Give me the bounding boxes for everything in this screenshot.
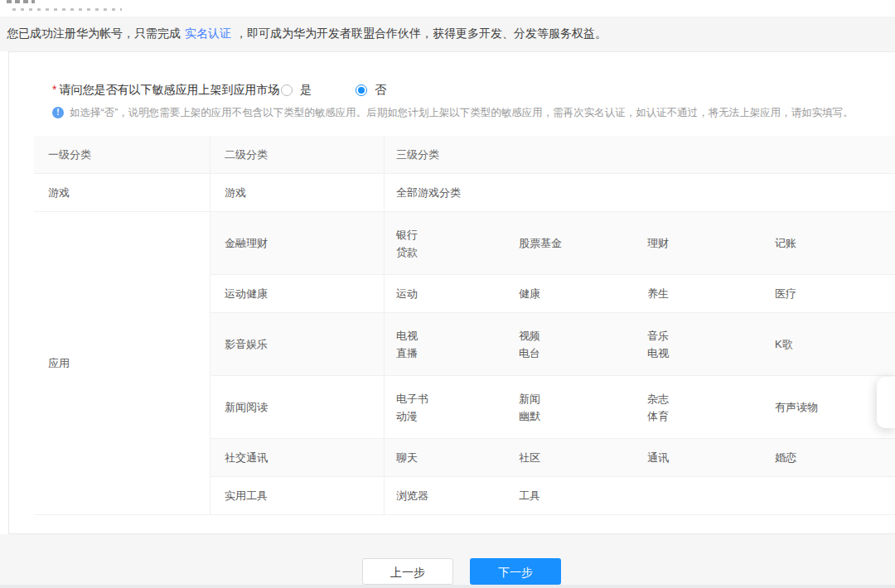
header-level2: 二级分类 <box>210 136 385 173</box>
table-row-news: 新闻阅读 电子书动漫 新闻幽默 杂志体育 有声读物 <box>210 375 895 438</box>
floating-assistant-widget[interactable] <box>877 377 895 428</box>
radio-no-icon[interactable] <box>356 84 367 96</box>
cell-game-level3: 全部游戏分类 <box>385 174 895 211</box>
table-row-tools: 实用工具 浏览器 工具 <box>210 476 895 514</box>
question-label: 请问您是否有以下敏感应用上架到应用市场： <box>59 83 291 96</box>
question-tip-row: ! 如选择“否”，说明您需要上架的应用不包含以下类型的敏感应用。后期如您计划上架… <box>52 105 895 120</box>
table-group-app: 应用 金融理财 银行贷款 股票基金 理财 记账 运动健康 运动 健康 <box>34 211 895 514</box>
table-row-finance: 金融理财 银行贷款 股票基金 理财 记账 <box>210 212 895 274</box>
radio-option-no[interactable]: 否 <box>356 83 386 98</box>
sensitive-category-table: 一级分类 二级分类 三级分类 游戏 游戏 全部游戏分类 应用 金融理财 银行贷款… <box>34 136 895 515</box>
footer-strip <box>0 585 895 588</box>
radio-selected-dot <box>358 87 365 94</box>
table-row-media: 影音娱乐 电视直播 视频电台 音乐电视 K歌 <box>210 312 895 375</box>
cell-app-level1: 应用 <box>34 212 210 514</box>
cell-level3: 电视直播 视频电台 音乐电视 K歌 <box>385 313 895 375</box>
radio-yes-icon[interactable] <box>281 84 293 96</box>
cell-level2: 运动健康 <box>210 275 385 312</box>
cell-level2: 金融理财 <box>210 212 385 274</box>
realname-verification-link[interactable]: 实名认证 <box>185 27 231 41</box>
radio-no-label: 否 <box>375 83 386 98</box>
cell-level3: 电子书动漫 新闻幽默 杂志体育 有声读物 <box>385 376 895 438</box>
cell-level2: 新闻阅读 <box>210 376 385 438</box>
sensitive-app-question-row: *请问您是否有以下敏感应用上架到应用市场： 是 否 <box>52 83 895 101</box>
cell-level2: 社交通讯 <box>210 439 385 476</box>
cell-game-level1: 游戏 <box>34 174 210 211</box>
sensitive-app-form-card: *请问您是否有以下敏感应用上架到应用市场： 是 否 ! 如选择“否”，说明您需要… <box>8 51 895 534</box>
cell-level3: 银行贷款 股票基金 理财 记账 <box>385 212 895 274</box>
cell-game-level2: 游戏 <box>210 174 385 211</box>
cell-level2: 实用工具 <box>210 477 385 514</box>
previous-step-button[interactable]: 上一步 <box>362 558 453 585</box>
table-row-game: 游戏 游戏 全部游戏分类 <box>34 173 895 211</box>
next-step-button[interactable]: 下一步 <box>470 558 561 585</box>
banner-text-after: ，即可成为华为开发者联盟合作伙伴，获得更多开发、分发等服务权益。 <box>235 27 607 41</box>
banner-text-before: 您已成功注册华为帐号，只需完成 <box>7 27 181 41</box>
cell-level2: 影音娱乐 <box>210 313 385 375</box>
table-row-social: 社交通讯 聊天 社区 通讯 婚恋 <box>210 438 895 476</box>
header-level3: 三级分类 <box>385 136 895 173</box>
app-subrows: 金融理财 银行贷款 股票基金 理财 记账 运动健康 运动 健康 养生 医疗 <box>210 212 895 514</box>
cell-level3: 运动 健康 养生 医疗 <box>385 275 895 312</box>
header-level1: 一级分类 <box>34 136 210 173</box>
question-tip-text: 如选择“否”，说明您需要上架的应用不包含以下类型的敏感应用。后期如您计划上架以下… <box>70 105 854 120</box>
radio-yes-label: 是 <box>300 83 312 98</box>
required-asterisk: * <box>52 83 56 96</box>
table-header-row: 一级分类 二级分类 三级分类 <box>34 136 895 173</box>
cell-level3: 聊天 社区 通讯 婚恋 <box>385 439 895 476</box>
registration-success-banner: 您已成功注册华为帐号，只需完成 实名认证 ，即可成为华为开发者联盟合作伙伴，获得… <box>0 17 895 51</box>
clipped-heading-remnant <box>7 0 35 3</box>
cell-level3: 浏览器 工具 <box>385 477 895 514</box>
table-row-health: 运动健康 运动 健康 养生 医疗 <box>210 274 895 312</box>
radio-option-yes[interactable]: 是 <box>281 83 312 98</box>
clipped-subtext-remnant <box>12 8 122 11</box>
info-icon: ! <box>52 107 64 118</box>
